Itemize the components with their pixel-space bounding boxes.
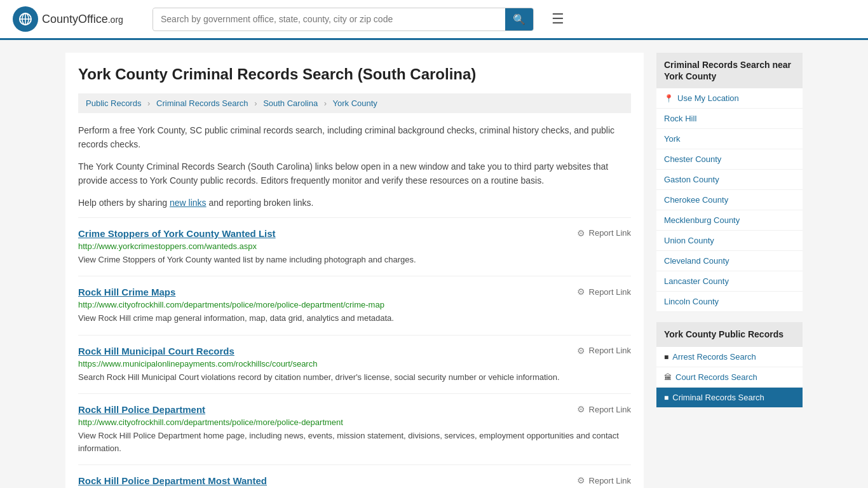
sidebar-nearby-item-3[interactable]: Chester County <box>656 149 803 170</box>
sidebar-public-record-item-1[interactable]: 🏛Court Records Search <box>656 367 803 388</box>
nearby-link-7[interactable]: Union County <box>664 236 714 245</box>
pr-icon-1: 🏛 <box>664 373 672 382</box>
result-header: Rock Hill Police Department ⚙ Report Lin… <box>78 404 631 415</box>
sidebar-public-record-item-0[interactable]: ■Arrest Records Search <box>656 347 803 367</box>
sidebar-nearby-item-0[interactable]: 📍Use My Location <box>656 88 803 109</box>
sidebar-nearby-item-5[interactable]: Cherokee County <box>656 190 803 210</box>
nearby-link-8[interactable]: Cleveland County <box>664 256 729 266</box>
result-desc-0: View Crime Stoppers of York County wante… <box>78 254 631 266</box>
result-desc-3: View Rock Hill Police Department home pa… <box>78 430 631 454</box>
public-records-items: ■Arrest Records Search🏛Court Records Sea… <box>656 347 803 408</box>
result-title-2[interactable]: Rock Hill Municipal Court Records <box>78 346 234 356</box>
sidebar-nearby-item-10[interactable]: Lincoln County <box>656 292 803 312</box>
result-item: Rock Hill Municipal Court Records ⚙ Repo… <box>78 335 631 394</box>
result-item: Rock Hill Crime Maps ⚙ Report Link http:… <box>78 276 631 335</box>
nearby-link-3[interactable]: Chester County <box>664 154 721 164</box>
logo-icon <box>13 6 38 32</box>
breadcrumb-york-county[interactable]: York County <box>332 98 377 108</box>
nearby-link-10[interactable]: Lincoln County <box>664 297 719 306</box>
breadcrumb-public-records[interactable]: Public Records <box>86 98 141 108</box>
sidebar-nearby-item-1[interactable]: Rock Hill <box>656 109 803 129</box>
result-desc-2: Search Rock Hill Municipal Court violati… <box>78 371 631 384</box>
nearby-link-1[interactable]: Rock Hill <box>664 114 696 123</box>
description-3: Help others by sharing new links and rep… <box>78 196 631 210</box>
nearby-header: Criminal Records Search near York County <box>656 53 803 88</box>
logo-text: CountyOffice.org <box>42 13 123 26</box>
nearby-link-4[interactable]: Gaston County <box>664 175 719 184</box>
new-links-link[interactable]: new links <box>170 198 207 208</box>
nearby-section: Criminal Records Search near York County… <box>656 53 803 312</box>
hamburger-menu[interactable]: ☰ <box>546 8 569 30</box>
report-link-4[interactable]: ⚙ Report Link <box>577 475 631 485</box>
result-url-1[interactable]: http://www.cityofrockhill.com/department… <box>78 300 631 309</box>
public-records-header: York County Public Records <box>656 322 803 346</box>
main-container: York County Criminal Records Search (Sou… <box>53 40 815 488</box>
result-header: Rock Hill Municipal Court Records ⚙ Repo… <box>78 346 631 356</box>
result-title-0[interactable]: Crime Stoppers of York County Wanted Lis… <box>78 228 276 239</box>
location-icon: 📍 <box>664 94 674 103</box>
logo-area: CountyOffice.org <box>13 6 140 32</box>
nearby-items: 📍Use My LocationRock HillYorkChester Cou… <box>656 88 803 312</box>
search-bar: 🔍 <box>153 8 534 31</box>
report-link-2[interactable]: ⚙ Report Link <box>577 346 631 356</box>
result-title-3[interactable]: Rock Hill Police Department <box>78 404 205 415</box>
pr-link-0[interactable]: Arrest Records Search <box>672 352 756 362</box>
nearby-link-2[interactable]: York <box>664 134 681 144</box>
result-header: Rock Hill Crime Maps ⚙ Report Link <box>78 287 631 297</box>
breadcrumb-criminal-records[interactable]: Criminal Records Search <box>156 98 248 108</box>
sidebar-nearby-item-8[interactable]: Cleveland County <box>656 251 803 271</box>
report-icon-4: ⚙ <box>577 475 585 485</box>
result-url-0[interactable]: http://www.yorkcrimestoppers.com/wanteds… <box>78 241 631 251</box>
breadcrumb-south-carolina[interactable]: South Carolina <box>263 98 318 108</box>
report-icon-0: ⚙ <box>577 228 585 238</box>
sidebar-nearby-item-7[interactable]: Union County <box>656 231 803 251</box>
nearby-link-6[interactable]: Mecklenburg County <box>664 215 740 225</box>
sidebar: Criminal Records Search near York County… <box>656 53 803 488</box>
description-2: The York County Criminal Records Search … <box>78 159 631 188</box>
pr-link-1[interactable]: Court Records Search <box>675 372 757 382</box>
pr-icon-2: ■ <box>664 393 668 402</box>
report-icon-2: ⚙ <box>577 346 585 356</box>
result-item: Rock Hill Police Department Most Wanted … <box>78 464 631 488</box>
result-title-4[interactable]: Rock Hill Police Department Most Wanted <box>78 475 267 486</box>
result-item: Rock Hill Police Department ⚙ Report Lin… <box>78 393 631 464</box>
pr-icon-0: ■ <box>664 353 668 362</box>
nearby-link-5[interactable]: Cherokee County <box>664 195 728 205</box>
nearby-link-9[interactable]: Lancaster County <box>664 276 729 286</box>
report-link-1[interactable]: ⚙ Report Link <box>577 287 631 297</box>
result-desc-1: View Rock Hill crime map general informa… <box>78 312 631 325</box>
report-icon-1: ⚙ <box>577 287 585 297</box>
result-url-3[interactable]: http://www.cityofrockhill.com/department… <box>78 417 631 427</box>
page-title: York County Criminal Records Search (Sou… <box>78 65 631 83</box>
results-container: Crime Stoppers of York County Wanted Lis… <box>78 217 631 488</box>
result-header: Rock Hill Police Department Most Wanted … <box>78 475 631 486</box>
result-url-2[interactable]: https://www.municipalonlinepayments.com/… <box>78 359 631 369</box>
public-records-section: York County Public Records ■Arrest Recor… <box>656 322 803 407</box>
sidebar-nearby-item-9[interactable]: Lancaster County <box>656 271 803 292</box>
report-link-0[interactable]: ⚙ Report Link <box>577 228 631 238</box>
breadcrumb: Public Records › Criminal Records Search… <box>78 93 631 113</box>
use-my-location-link[interactable]: Use My Location <box>677 93 739 103</box>
description-1: Perform a free York County, SC public cr… <box>78 123 631 152</box>
search-button[interactable]: 🔍 <box>505 8 533 30</box>
sidebar-public-record-item-2[interactable]: ■Criminal Records Search <box>656 388 803 408</box>
result-item: Crime Stoppers of York County Wanted Lis… <box>78 217 631 276</box>
content-area: York County Criminal Records Search (Sou… <box>65 53 644 488</box>
report-link-3[interactable]: ⚙ Report Link <box>577 404 631 414</box>
sidebar-nearby-item-6[interactable]: Mecklenburg County <box>656 210 803 231</box>
search-input[interactable] <box>153 9 505 29</box>
pr-link-2[interactable]: Criminal Records Search <box>672 393 764 402</box>
result-title-1[interactable]: Rock Hill Crime Maps <box>78 287 175 297</box>
report-icon-3: ⚙ <box>577 404 585 414</box>
result-header: Crime Stoppers of York County Wanted Lis… <box>78 228 631 239</box>
sidebar-nearby-item-2[interactable]: York <box>656 129 803 149</box>
sidebar-nearby-item-4[interactable]: Gaston County <box>656 170 803 190</box>
site-header: CountyOffice.org 🔍 ☰ <box>0 0 868 40</box>
